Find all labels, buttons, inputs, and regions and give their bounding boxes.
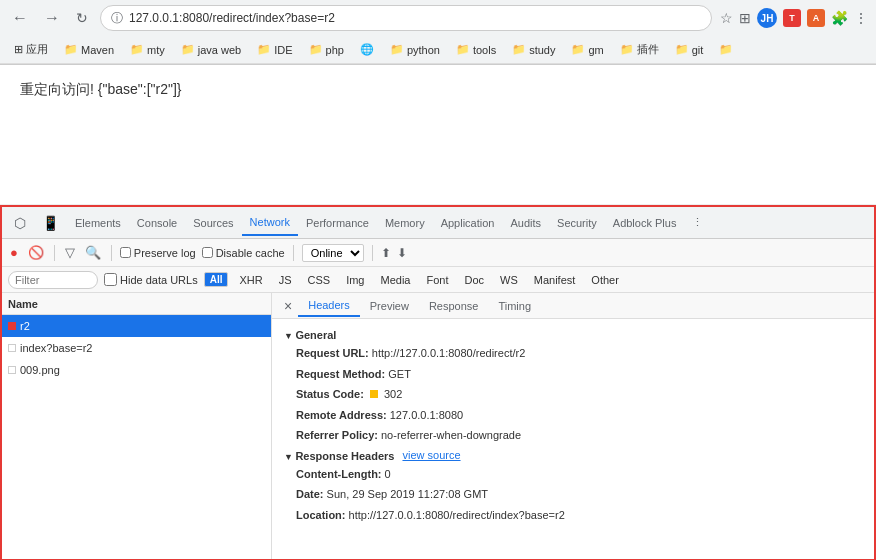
details-tab-response[interactable]: Response [419, 296, 489, 316]
tab-security[interactable]: Security [549, 211, 605, 235]
tab-audits[interactable]: Audits [502, 211, 549, 235]
content-length-row: Content-Length: 0 [284, 464, 862, 485]
view-source-link[interactable]: view source [402, 449, 460, 461]
devtools-more-btn[interactable]: ⋮ [684, 210, 711, 235]
status-indicator-png [8, 366, 16, 374]
close-details-button[interactable]: × [278, 298, 298, 314]
search-button[interactable]: 🔍 [83, 243, 103, 262]
status-indicator-index [8, 344, 16, 352]
tab-performance[interactable]: Performance [298, 211, 377, 235]
bookmark-javaweb[interactable]: 📁 java web [175, 41, 247, 58]
details-tab-headers[interactable]: Headers [298, 295, 360, 317]
referrer-policy-row: Referrer Policy: no-referrer-when-downgr… [284, 425, 862, 446]
filter-all-btn[interactable]: All [204, 272, 229, 287]
network-item-png[interactable]: 009.png [2, 359, 271, 381]
bookmark-python[interactable]: 📁 python [384, 41, 446, 58]
folder-icon-7: 📁 [456, 43, 470, 56]
filter-manifest-btn[interactable]: Manifest [529, 273, 581, 287]
status-code-row: Status Code: 302 [284, 384, 862, 405]
forward-button[interactable]: → [40, 7, 64, 29]
extensions-button[interactable]: 🧩 [831, 10, 848, 26]
network-toolbar: ● 🚫 ▽ 🔍 Preserve log Disable cache Onlin… [2, 239, 874, 267]
date-key: Date: [296, 488, 324, 500]
bookmark-apps[interactable]: ⊞ 应用 [8, 40, 54, 59]
star-button[interactable]: ☆ [720, 10, 733, 26]
secure-icon: ⓘ [111, 10, 123, 27]
bookmark-mty[interactable]: 📁 mty [124, 41, 171, 58]
tab-application[interactable]: Application [433, 211, 503, 235]
details-tab-timing[interactable]: Timing [488, 296, 541, 316]
filter-media-btn[interactable]: Media [375, 273, 415, 287]
throttle-select[interactable]: Online [302, 244, 364, 262]
network-item-r2[interactable]: r2 [2, 315, 271, 337]
folder-icon-10: 📁 [620, 43, 634, 56]
clear-button[interactable]: 🚫 [26, 243, 46, 262]
bookmark-tools[interactable]: 📁 tools [450, 41, 502, 58]
request-method-val: GET [388, 368, 411, 380]
url-text: 127.0.0.1:8080/redirect/index?base=r2 [129, 11, 701, 25]
address-bar[interactable]: ⓘ 127.0.0.1:8080/redirect/index?base=r2 [100, 5, 712, 31]
bookmark-ide[interactable]: 📁 IDE [251, 41, 298, 58]
tab-elements[interactable]: Elements [67, 211, 129, 235]
tab-sources[interactable]: Sources [185, 211, 241, 235]
filter-doc-btn[interactable]: Doc [459, 273, 489, 287]
tab-adblock[interactable]: Adblock Plus [605, 211, 685, 235]
filter-js-btn[interactable]: JS [274, 273, 297, 287]
response-section-title[interactable]: Response Headers [284, 446, 394, 464]
devtools-inspect-icon[interactable]: ⬡ [6, 209, 34, 237]
filter-button[interactable]: ▽ [63, 243, 77, 262]
details-tab-preview[interactable]: Preview [360, 296, 419, 316]
network-list-header: Name [2, 293, 271, 315]
network-list: Name r2 index?base=r2 009.png [2, 293, 272, 559]
remote-address-val: 127.0.0.1:8080 [390, 409, 463, 421]
request-method-key: Request Method: [296, 368, 385, 380]
bookmark-more[interactable]: 📁 [713, 41, 739, 58]
bookmark-git[interactable]: 📁 git [669, 41, 710, 58]
date-val: Sun, 29 Sep 2019 11:27:08 GMT [327, 488, 488, 500]
back-button[interactable]: ← [8, 7, 32, 29]
separator-4 [372, 245, 373, 261]
abp-icon[interactable]: A [807, 9, 825, 27]
import-button[interactable]: ⬆ [381, 246, 391, 260]
location-key: Location: [296, 509, 346, 521]
general-section-title[interactable]: General [284, 325, 862, 343]
bookmark-globe[interactable]: 🌐 [354, 41, 380, 58]
separator-1 [54, 245, 55, 261]
bookmark-study[interactable]: 📁 study [506, 41, 561, 58]
disable-cache-checkbox[interactable]: Disable cache [202, 247, 285, 259]
filter-img-btn[interactable]: Img [341, 273, 369, 287]
folder-icon-12: 📁 [719, 43, 733, 56]
devtools-device-icon[interactable]: 📱 [34, 209, 67, 237]
folder-icon-2: 📁 [130, 43, 144, 56]
qr-button[interactable]: ⊞ [739, 10, 751, 26]
profile-avatar[interactable]: JH [757, 8, 777, 28]
export-button[interactable]: ⬇ [397, 246, 407, 260]
request-method-row: Request Method: GET [284, 364, 862, 385]
record-button[interactable]: ● [8, 243, 20, 262]
bookmark-plugins[interactable]: 📁 插件 [614, 40, 665, 59]
folder-icon: 📁 [64, 43, 78, 56]
referrer-policy-val: no-referrer-when-downgrade [381, 429, 521, 441]
filter-other-btn[interactable]: Other [586, 273, 624, 287]
tab-console[interactable]: Console [129, 211, 185, 235]
bookmark-maven[interactable]: 📁 Maven [58, 41, 120, 58]
folder-icon-8: 📁 [512, 43, 526, 56]
menu-button[interactable]: ⋮ [854, 10, 868, 26]
bookmark-php[interactable]: 📁 php [303, 41, 350, 58]
page-response-text: 重定向访问! {"base":["r2"]} [20, 81, 856, 99]
filter-ws-btn[interactable]: WS [495, 273, 523, 287]
tab-network[interactable]: Network [242, 210, 298, 236]
tab-memory[interactable]: Memory [377, 211, 433, 235]
filter-input[interactable] [8, 271, 98, 289]
filter-font-btn[interactable]: Font [421, 273, 453, 287]
filter-xhr-btn[interactable]: XHR [234, 273, 267, 287]
filter-css-btn[interactable]: CSS [303, 273, 336, 287]
hide-data-urls-checkbox[interactable]: Hide data URLs [104, 273, 198, 286]
details-tabs: × Headers Preview Response Timing [272, 293, 874, 319]
network-item-index[interactable]: index?base=r2 [2, 337, 271, 359]
preserve-log-checkbox[interactable]: Preserve log [120, 247, 196, 259]
bookmark-gm[interactable]: 📁 gm [565, 41, 609, 58]
trello-icon[interactable]: T [783, 9, 801, 27]
refresh-button[interactable]: ↻ [72, 8, 92, 28]
filter-bar: Hide data URLs All XHR JS CSS Img Media … [2, 267, 874, 293]
